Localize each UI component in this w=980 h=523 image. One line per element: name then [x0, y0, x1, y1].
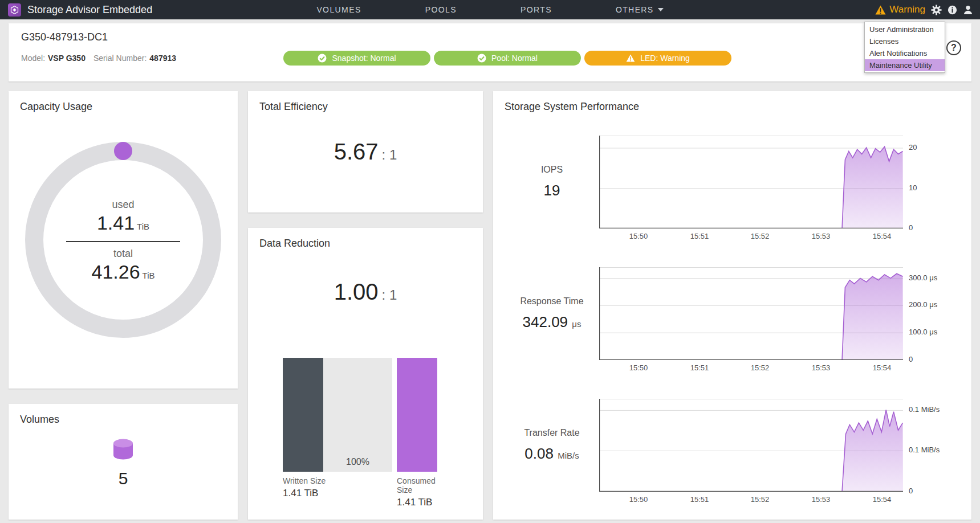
system-warning-indicator[interactable]: Warning: [875, 4, 925, 15]
used-value-number: 1.41: [97, 212, 135, 234]
nav-others-label: OTHERS: [616, 5, 654, 14]
total-unit: TiB: [143, 271, 155, 280]
nav-volumes[interactable]: VOLUMES: [316, 5, 361, 14]
menu-item-user-administration[interactable]: User Administration: [865, 23, 945, 35]
app-title: Storage Advisor Embedded: [27, 4, 152, 16]
consumed-size-bar: [397, 358, 437, 472]
menu-item-maintenance-utility[interactable]: Maintenance Utility: [865, 59, 945, 71]
menu-item-licenses[interactable]: Licenses: [865, 35, 945, 47]
warning-triangle-icon: [626, 54, 635, 62]
nav-pools[interactable]: POOLS: [425, 5, 457, 14]
status-badge-pool[interactable]: Pool: Normal: [434, 51, 581, 66]
capacity-center-text: used 1.41TiB total 41.26TiB: [23, 140, 223, 342]
response-time-label: Response Time: [520, 296, 583, 307]
x-axis-tick: 15:53: [812, 495, 831, 504]
model-label: Model:: [21, 54, 45, 63]
transfer-rate-number: 0.08: [524, 445, 554, 462]
written-size-bar: [283, 358, 323, 472]
reduction-ratio-suffix: : 1: [382, 287, 397, 303]
nav-pools-label: POOLS: [425, 5, 457, 14]
performance-title: Storage System Performance: [493, 91, 971, 113]
x-axis-tick: 15:51: [690, 232, 709, 240]
volumes-title: Volumes: [9, 404, 238, 426]
storage-system-performance-card: Storage System Performance IOPS 19 15:50…: [493, 91, 971, 520]
bar-gap: [392, 358, 397, 472]
response-time-x-axis: 15:5015:5115:5215:5315:54: [599, 360, 903, 374]
total-value: 41.26TiB: [91, 261, 154, 283]
x-axis-tick: 15:52: [751, 363, 770, 372]
iops-number: 19: [544, 182, 560, 199]
help-button[interactable]: ?: [946, 40, 961, 55]
model-value: VSP G350: [48, 54, 86, 63]
used-unit: TiB: [137, 222, 149, 231]
data-reduction-labels: Written Size 1.41 TiB Consumed Size 1.41…: [283, 476, 437, 506]
help-question-icon: ?: [951, 43, 957, 53]
settings-dropdown-menu: User Administration Licenses Alert Notif…: [864, 22, 945, 73]
y-axis-tick: 20: [909, 143, 917, 152]
data-reduction-value: 1.00: 1: [248, 279, 483, 305]
status-badge-label: Pool: Normal: [491, 54, 538, 63]
warning-label: Warning: [889, 4, 925, 15]
x-axis-tick: 15:54: [873, 495, 892, 504]
consumed-size-group: Consumed Size 1.41 TiB: [397, 476, 437, 508]
x-axis-tick: 15:52: [751, 495, 770, 504]
transfer-rate-chart: [599, 399, 903, 492]
transfer-rate-unit: MiB/s: [558, 451, 579, 460]
x-axis-tick: 15:52: [751, 232, 770, 240]
system-name: G350-487913-DC1: [21, 31, 959, 43]
x-axis-tick: 15:51: [690, 495, 709, 504]
status-badge-led[interactable]: LED: Warning: [584, 51, 731, 66]
x-axis-tick: 15:54: [873, 363, 892, 372]
y-axis-tick: 10: [909, 183, 917, 192]
response-time-value: 342.09 μs: [523, 313, 582, 331]
nav-volumes-label: VOLUMES: [316, 5, 361, 14]
consumed-size-label: Consumed Size: [397, 476, 437, 495]
transfer-rate-value: 0.08 MiB/s: [524, 445, 579, 463]
iops-label: IOPS: [541, 165, 563, 175]
reduction-ratio-area: 100%: [323, 358, 392, 472]
status-badges: Snapshot: Normal Pool: Normal LED: Warni…: [283, 51, 731, 66]
response-time-unit: μs: [572, 319, 581, 329]
menu-item-alert-notifications[interactable]: Alert Notifications: [865, 47, 945, 59]
consumed-size-value: 1.41 TiB: [397, 497, 437, 508]
nav-ports[interactable]: PORTS: [521, 5, 552, 14]
y-axis-tick: 0: [909, 355, 913, 363]
used-label: used: [112, 199, 134, 211]
dashboard-grid: Capacity Usage used 1.41TiB total 41.26T…: [9, 91, 971, 520]
used-value: 1.41TiB: [97, 212, 149, 234]
total-label: total: [113, 248, 133, 260]
user-account-button[interactable]: [963, 5, 973, 15]
status-badge-snapshot[interactable]: Snapshot: Normal: [283, 51, 430, 66]
iops-x-axis: 15:5015:5115:5215:5315:54: [599, 228, 903, 242]
data-reduction-bars: 100%: [283, 358, 437, 472]
capacity-usage-title: Capacity Usage: [9, 91, 238, 113]
written-size-label: Written Size: [283, 476, 326, 485]
info-button[interactable]: [948, 5, 957, 15]
y-axis-tick: 100.0 μs: [909, 328, 937, 336]
transfer-rate-x-axis: 15:5015:5115:5215:5315:54: [599, 492, 903, 505]
total-efficiency-title: Total Efficiency: [248, 91, 483, 113]
app-logo[interactable]: [8, 3, 21, 17]
response-time-chart: [599, 267, 903, 360]
system-summary-panel: G350-487913-DC1 Model:VSP G350Serial Num…: [9, 23, 971, 81]
written-size-group: Written Size 1.41 TiB: [283, 476, 326, 499]
y-axis-tick: 200.0 μs: [909, 300, 937, 309]
efficiency-ratio-suffix: : 1: [382, 147, 397, 162]
logo-hexagon-icon: [10, 6, 19, 14]
info-icon: [948, 5, 957, 15]
settings-gear-button[interactable]: [931, 5, 942, 15]
volumes-count: 5: [9, 469, 238, 488]
x-axis-tick: 15:54: [873, 232, 892, 240]
check-circle-icon: [477, 54, 486, 63]
capacity-usage-card: Capacity Usage used 1.41TiB total 41.26T…: [9, 91, 238, 389]
data-reduction-card: Data Reduction 1.00: 1 100% Written Size…: [248, 228, 483, 520]
response-time-y-axis: 300.0 μs200.0 μs100.0 μs0: [903, 267, 960, 360]
nav-others[interactable]: OTHERS: [616, 5, 664, 14]
response-time-plot-area: 15:5015:5115:5215:5315:54: [599, 267, 903, 374]
serial-value: 487913: [149, 54, 176, 63]
status-badge-label: LED: Warning: [640, 54, 690, 63]
data-reduction-title: Data Reduction: [248, 228, 483, 250]
volumes-cylinder-icon: [9, 438, 238, 464]
total-efficiency-value: 5.67: 1: [248, 139, 483, 165]
volumes-card: Volumes 5: [9, 404, 238, 520]
